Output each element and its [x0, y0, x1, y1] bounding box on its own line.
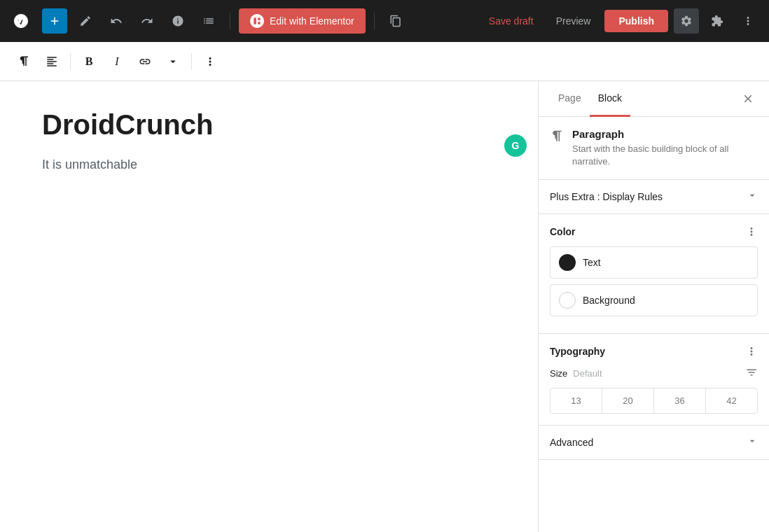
tools-button[interactable]: [73, 8, 98, 34]
elementor-icon: [250, 14, 264, 28]
toolbar-divider-1: [230, 13, 230, 29]
svg-rect-2: [258, 22, 261, 24]
typography-more-button[interactable]: [745, 345, 758, 358]
display-rules-section[interactable]: Plus Extra : Display Rules: [539, 180, 769, 214]
plugin-button[interactable]: [705, 8, 730, 34]
paragraph-block-icon: [550, 130, 564, 147]
info-button[interactable]: [165, 8, 190, 34]
advanced-chevron-icon: [747, 435, 758, 449]
size-label: Size: [550, 368, 567, 379]
preview-button[interactable]: Preview: [548, 10, 600, 32]
redo-button[interactable]: [134, 8, 160, 34]
svg-rect-0: [254, 18, 256, 24]
italic-button[interactable]: I: [104, 49, 130, 74]
bold-button[interactable]: B: [76, 49, 102, 74]
color-more-button[interactable]: [745, 225, 758, 238]
size-option-42[interactable]: 42: [706, 388, 757, 413]
main-layout: DroidCrunch G It is unmatchable Page Blo…: [0, 81, 769, 532]
right-panel: Page Block Paragraph Start with the basi…: [538, 81, 769, 532]
list-view-button[interactable]: [196, 8, 221, 34]
undo-button[interactable]: [104, 8, 129, 34]
size-default-text: Default: [573, 368, 602, 379]
format-toolbar: B I: [0, 42, 769, 81]
advanced-section[interactable]: Advanced: [539, 426, 769, 460]
tab-page[interactable]: Page: [550, 81, 590, 117]
link-button[interactable]: [132, 49, 158, 74]
block-description-container: Paragraph Start with the basic building …: [572, 128, 758, 168]
color-section: Color Text Background: [539, 214, 769, 334]
display-rules-chevron-icon: [747, 190, 758, 204]
block-options-button[interactable]: [198, 49, 223, 74]
save-draft-button[interactable]: Save draft: [480, 10, 542, 32]
add-block-button[interactable]: [42, 8, 67, 34]
format-divider-1: [70, 53, 71, 70]
size-options-row: 13 20 36 42: [550, 388, 758, 414]
edit-elementor-label: Edit with Elementor: [270, 15, 354, 27]
block-title: Paragraph: [572, 128, 758, 140]
typography-title: Typography: [550, 346, 605, 357]
wordpress-logo[interactable]: [8, 8, 34, 34]
paragraph-format-button[interactable]: [11, 49, 36, 74]
size-row: Size Default: [550, 366, 758, 381]
size-filter-button[interactable]: [745, 366, 758, 381]
publish-button[interactable]: Publish: [604, 10, 668, 32]
size-option-36[interactable]: 36: [654, 388, 706, 413]
background-color-swatch: [559, 292, 576, 309]
edit-elementor-button[interactable]: Edit with Elementor: [239, 8, 366, 34]
align-button[interactable]: [39, 49, 64, 74]
block-desc: Start with the basic building block of a…: [572, 143, 758, 168]
format-divider-2: [191, 53, 192, 70]
advanced-label: Advanced: [550, 437, 593, 448]
panel-tabs: Page Block: [539, 81, 769, 117]
block-info: Paragraph Start with the basic building …: [539, 117, 769, 180]
color-section-title: Color: [550, 226, 576, 237]
size-option-13[interactable]: 13: [550, 388, 602, 413]
display-rules-label: Plus Extra : Display Rules: [550, 191, 663, 202]
editor-title: DroidCrunch: [42, 109, 496, 141]
grammarly-badge[interactable]: G: [504, 134, 527, 157]
typography-header: Typography: [550, 345, 758, 358]
top-toolbar: Edit with Elementor Save draft Preview P…: [0, 0, 769, 42]
typography-section: Typography Size Default 13 20 36 42: [539, 334, 769, 426]
toolbar-divider-2: [374, 13, 375, 29]
size-option-20[interactable]: 20: [602, 388, 654, 413]
tab-block[interactable]: Block: [590, 81, 630, 117]
background-color-label: Background: [583, 295, 635, 306]
text-color-swatch: [559, 254, 576, 271]
clipboard-button[interactable]: [383, 8, 408, 34]
svg-rect-1: [258, 18, 261, 20]
background-color-option[interactable]: Background: [550, 284, 758, 316]
editor-area[interactable]: DroidCrunch G It is unmatchable: [0, 81, 538, 532]
editor-body-text[interactable]: It is unmatchable: [42, 158, 496, 172]
text-color-option[interactable]: Text: [550, 246, 758, 279]
text-color-label: Text: [583, 257, 601, 268]
color-section-header: Color: [550, 225, 758, 238]
more-options-button[interactable]: [735, 8, 761, 34]
settings-button[interactable]: [674, 8, 699, 34]
panel-close-button[interactable]: [738, 89, 758, 108]
more-rich-button[interactable]: [160, 49, 186, 74]
